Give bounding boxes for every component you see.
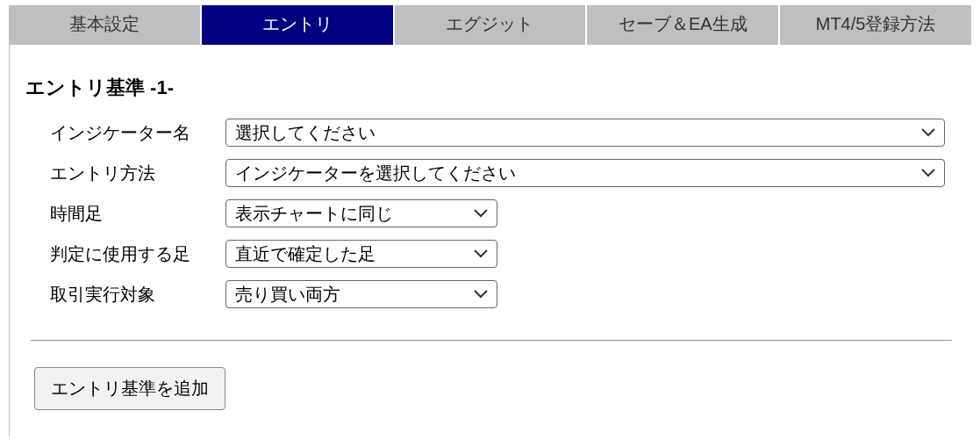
- label-timeframe: 時間足: [50, 202, 225, 226]
- select-trade-target-value: 売り買い両方: [235, 283, 340, 306]
- select-judge-bar-value: 直近で確定した足: [235, 242, 376, 266]
- tab-save-ea[interactable]: セーブ＆EA生成: [587, 5, 778, 45]
- select-timeframe-value: 表示チャートに同じ: [235, 202, 393, 226]
- entry-panel: エントリ基準 -1- インジケーター名 選択してください エントリ方法 インジケ…: [9, 45, 971, 436]
- label-entry-method: エントリ方法: [50, 162, 225, 185]
- tab-mt45-registration[interactable]: MT4/5登録方法: [780, 5, 971, 45]
- chevron-down-icon: [921, 169, 935, 177]
- select-indicator-name[interactable]: 選択してください: [225, 119, 945, 147]
- row-entry-method: エントリ方法 インジケーターを選択してください: [50, 159, 962, 187]
- section-title: エントリ基準 -1-: [25, 75, 962, 101]
- chevron-down-icon: [474, 209, 488, 218]
- select-indicator-name-value: 選択してください: [235, 121, 376, 145]
- tab-basic-settings[interactable]: 基本設定: [9, 5, 200, 45]
- tab-exit[interactable]: エグジット: [395, 5, 586, 45]
- row-timeframe: 時間足 表示チャートに同じ: [50, 199, 962, 227]
- add-entry-criteria-button[interactable]: エントリ基準を追加: [34, 367, 225, 410]
- divider: [31, 340, 952, 341]
- chevron-down-icon: [921, 128, 935, 137]
- select-timeframe[interactable]: 表示チャートに同じ: [225, 199, 497, 227]
- row-indicator-name: インジケーター名 選択してください: [50, 119, 962, 147]
- tab-bar: 基本設定 エントリ エグジット セーブ＆EA生成 MT4/5登録方法: [0, 0, 980, 45]
- select-entry-method[interactable]: インジケーターを選択してください: [225, 159, 945, 187]
- label-indicator-name: インジケーター名: [50, 121, 225, 145]
- label-trade-target: 取引実行対象: [50, 283, 225, 306]
- row-trade-target: 取引実行対象 売り買い両方: [50, 280, 962, 308]
- tab-entry[interactable]: エントリ: [202, 5, 393, 45]
- chevron-down-icon: [474, 249, 488, 258]
- select-judge-bar[interactable]: 直近で確定した足: [225, 240, 497, 268]
- label-judge-bar: 判定に使用する足: [50, 242, 225, 266]
- select-entry-method-value: インジケーターを選択してください: [235, 162, 516, 185]
- row-judge-bar: 判定に使用する足 直近で確定した足: [50, 240, 962, 268]
- chevron-down-icon: [474, 290, 488, 299]
- select-trade-target[interactable]: 売り買い両方: [225, 280, 497, 308]
